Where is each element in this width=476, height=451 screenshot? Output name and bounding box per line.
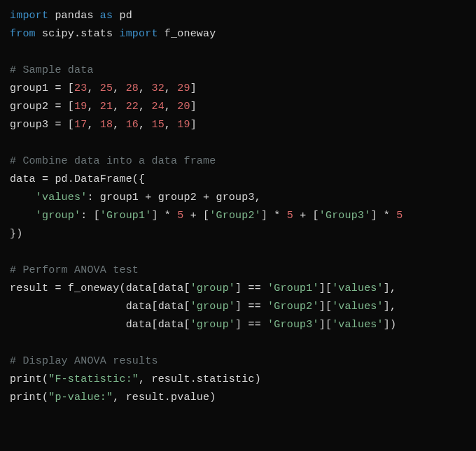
code-text xyxy=(10,192,36,203)
code-text: ], xyxy=(384,301,396,313)
number: 16 xyxy=(126,119,139,131)
keyword-import: import xyxy=(119,28,158,40)
keyword-from: from xyxy=(10,28,36,40)
module-name: scipy.stats xyxy=(42,28,113,40)
number: 32 xyxy=(151,83,164,94)
code-text: ] * xyxy=(370,210,396,222)
number: 20 xyxy=(177,101,190,113)
number: 15 xyxy=(151,119,164,131)
code-text: ] xyxy=(190,119,197,131)
code-text: group3 = [ xyxy=(10,119,74,131)
code-text: , xyxy=(113,83,125,94)
alias-name: pd xyxy=(119,10,132,22)
code-text: , result.pvalue) xyxy=(113,392,216,403)
number: 18 xyxy=(100,119,113,131)
string: 'Group3' xyxy=(267,319,319,331)
code-text: result = f_oneway(data[data[ xyxy=(10,282,190,294)
import-name: f_oneway xyxy=(164,28,216,40)
string: "p-value:" xyxy=(48,392,113,403)
number: 19 xyxy=(74,101,87,113)
keyword-as: as xyxy=(100,10,113,22)
function-print: print xyxy=(10,392,42,403)
code-text: ] == xyxy=(235,282,267,294)
code-text: data[data[ xyxy=(126,319,190,331)
comment: # Perform ANOVA test xyxy=(10,264,139,276)
code-text: , xyxy=(164,119,177,131)
module-name: pandas xyxy=(55,10,93,22)
code-text: ] xyxy=(190,101,197,113)
code-text: : group1 + group2 + group3, xyxy=(87,192,260,203)
string: 'Group2' xyxy=(267,301,319,313)
string: 'group' xyxy=(190,319,235,331)
code-text: ( xyxy=(42,373,48,385)
code-text: ] == xyxy=(235,319,267,331)
code-text: , xyxy=(139,101,151,113)
number: 5 xyxy=(396,210,402,222)
number: 21 xyxy=(100,101,113,113)
number: 23 xyxy=(74,83,87,94)
string: 'group' xyxy=(190,282,235,294)
code-text: , xyxy=(87,101,99,113)
code-text: data[data[ xyxy=(126,301,190,313)
string: 'values' xyxy=(332,301,384,313)
code-text: , xyxy=(113,119,125,131)
code-text: data = pd.DataFrame({ xyxy=(10,173,145,185)
code-text: ][ xyxy=(319,319,332,331)
string: 'Group1' xyxy=(100,210,152,222)
string: 'group' xyxy=(190,301,235,313)
code-text: , xyxy=(87,83,99,94)
code-text: , xyxy=(164,101,177,113)
code-text: , xyxy=(87,119,99,131)
code-text: , xyxy=(139,83,151,94)
code-block: import pandas as pd from scipy.stats imp… xyxy=(0,0,476,414)
string: 'Group1' xyxy=(267,282,319,294)
code-text: , xyxy=(164,83,177,94)
code-text: ], xyxy=(384,282,396,294)
comment: # Display ANOVA results xyxy=(10,355,158,367)
string: 'values' xyxy=(332,282,384,294)
string: 'values' xyxy=(36,192,88,203)
code-text: ] == xyxy=(235,301,267,313)
number: 28 xyxy=(126,83,139,94)
number: 22 xyxy=(126,101,139,113)
string: 'group' xyxy=(36,210,80,222)
number: 19 xyxy=(177,119,190,131)
code-text: ] * xyxy=(151,210,177,222)
number: 17 xyxy=(74,119,87,131)
number: 5 xyxy=(287,210,293,222)
code-text: }) xyxy=(10,228,22,240)
comment: # Sample data xyxy=(10,64,94,76)
code-text: ] * xyxy=(261,210,287,222)
code-text xyxy=(10,301,126,313)
code-text: ][ xyxy=(319,282,332,294)
string: 'Group3' xyxy=(319,210,371,222)
number: 24 xyxy=(151,101,164,113)
code-text xyxy=(10,210,36,222)
code-text: ]) xyxy=(384,319,396,331)
code-text: , xyxy=(113,101,125,113)
comment: # Combine data into a data frame xyxy=(10,155,216,167)
string: "F-statistic:" xyxy=(48,373,139,385)
code-text: group1 = [ xyxy=(10,83,74,94)
code-text: ][ xyxy=(319,301,332,313)
code-text: , xyxy=(139,119,151,131)
number: 29 xyxy=(177,83,190,94)
code-text: : [ xyxy=(80,210,100,222)
code-text: + [ xyxy=(183,210,209,222)
code-text: ] xyxy=(190,83,197,94)
code-text xyxy=(10,319,126,331)
code-text: + [ xyxy=(293,210,319,222)
code-text: group2 = [ xyxy=(10,101,74,113)
code-text: ( xyxy=(42,392,48,403)
number: 25 xyxy=(100,83,113,94)
string: 'values' xyxy=(332,319,384,331)
string: 'Group2' xyxy=(209,210,261,222)
code-text: , result.statistic) xyxy=(139,373,261,385)
function-print: print xyxy=(10,373,42,385)
keyword-import: import xyxy=(10,10,48,22)
